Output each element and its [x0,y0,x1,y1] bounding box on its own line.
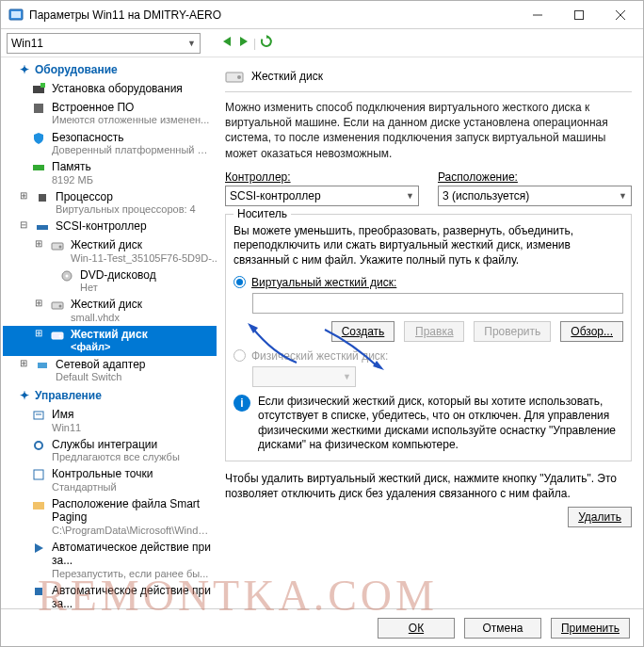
svg-rect-23 [38,363,47,368]
radio-virtual-disk[interactable]: Виртуальный жесткий диск: [233,276,623,289]
info-icon: i [233,395,250,412]
tree-add-hardware[interactable]: Установка оборудования [3,80,217,99]
verify-button: Проверить [474,321,551,342]
tree-checkpoints[interactable]: Контрольные точкиСтандартный [3,465,217,495]
add-hardware-icon [31,82,46,97]
info-text: Если физический жесткий диск, который вы… [258,395,623,453]
browse-button[interactable]: Обзор... [560,321,623,342]
tree-network-adapter[interactable]: ⊞ Сетевой адаптерDefault Switch [3,356,217,386]
radio-physical-disk: Физический жесткий диск: [233,349,623,363]
panel-title-text: Жесткий диск [251,70,323,83]
scsi-icon [35,219,50,235]
svg-marker-6 [223,37,231,46]
svg-rect-28 [33,502,44,510]
radio-icon [233,276,246,288]
radio-virtual-disk-label: Виртуальный жесткий диск: [251,276,396,289]
svg-rect-10 [40,83,45,88]
right-pane: Жесткий диск Можно изменить способ подкл… [217,57,643,608]
toolbar: Win11 ▼ | [1,29,643,57]
svg-point-22 [59,335,62,338]
dvd-icon [59,268,74,283]
minimize-button[interactable] [517,1,558,29]
name-icon [31,408,46,423]
memory-icon [31,160,46,175]
svg-rect-11 [34,104,43,113]
tree-integration-services[interactable]: Службы интеграцииПредлагаются все службы [3,436,217,466]
close-button[interactable] [600,1,641,29]
svg-rect-3 [575,10,584,19]
expand-icon[interactable]: ⊞ [33,298,44,309]
apply-button[interactable]: Применить [551,618,630,639]
network-icon [35,358,50,373]
maximize-button[interactable] [558,1,600,29]
svg-rect-27 [34,470,43,479]
create-button[interactable]: Создать [331,321,395,342]
svg-rect-24 [34,412,43,419]
tree-security[interactable]: БезопасностьДоверенный платформенный мо.… [3,129,217,159]
chevron-down-icon: ▼ [187,39,196,48]
tree-hard-disk-2[interactable]: ⊞ Жесткий дискsmall.vhdx [3,296,217,326]
location-combo[interactable]: 3 (используется) ▼ [438,186,632,206]
controller-label: Контроллер: [225,170,419,184]
physical-disk-combo: ▼ [252,366,356,387]
vhd-path-input[interactable] [252,293,623,314]
svg-rect-30 [35,588,42,595]
nav-back-button[interactable] [221,36,233,50]
titlebar: Параметры Win11 на DMITRY-AERO [1,1,643,29]
tree-firmware[interactable]: Встроенное ПОИмеются отложенные изменен.… [3,99,217,129]
svg-point-20 [59,305,62,308]
checkpoint-icon [31,467,46,482]
category-management[interactable]: ✦Управление [3,385,217,406]
tree-name[interactable]: ИмяWin11 [3,406,217,436]
refresh-button[interactable] [260,35,273,51]
hard-disk-icon [50,328,65,343]
category-hardware[interactable]: ✦Оборудование [3,59,217,80]
tree-auto-start-action[interactable]: Автоматическое действие при за...Перезап… [3,539,217,582]
shield-icon [31,131,46,146]
tree-memory[interactable]: Память8192 МБ [3,158,217,188]
svg-point-18 [66,274,69,277]
collapse-icon[interactable]: ⊟ [18,219,29,231]
delete-description: Чтобы удалить виртуальный жесткий диск, … [225,471,632,501]
action-icon [31,541,46,556]
hard-disk-icon [50,298,65,313]
app-icon [8,8,24,23]
media-group-title: Носитель [233,207,291,220]
vm-selector-value: Win11 [11,37,43,50]
media-description: Вы можете уменьшить, преобразовать, разв… [233,224,623,268]
expand-icon[interactable]: ⊞ [33,328,44,339]
expand-icon[interactable]: ⊞ [18,190,29,202]
tree-scsi-controller[interactable]: ⊟ SCSI-контроллер [3,218,217,236]
location-label: Расположение: [438,170,632,184]
radio-physical-disk-label: Физический жесткий диск: [251,349,388,363]
left-pane: ✦Оборудование Установка оборудования Вст… [1,57,217,608]
action-icon [31,584,46,599]
hard-disk-icon [225,67,244,86]
tree-processor[interactable]: ⊞ ПроцессорВиртуальных процессоров: 4 [3,188,217,218]
tree-hard-disk-1[interactable]: ⊞ Жесткий дискWin-11-Test_35105F76-5D9D-… [3,236,217,267]
chevron-down-icon: ▼ [343,372,351,381]
chevron-down-icon: ▼ [406,191,414,201]
radio-icon [233,349,246,362]
svg-point-16 [59,246,62,249]
cpu-icon [35,190,50,205]
expand-icon[interactable]: ⊞ [33,238,44,250]
expand-icon[interactable]: ⊞ [18,358,29,369]
svg-marker-29 [35,543,43,553]
ok-button[interactable]: ОК [378,618,455,639]
tree-smart-paging[interactable]: Расположение файла Smart PagingC:\Progra… [3,495,217,539]
cancel-button[interactable]: Отмена [464,618,541,639]
star-icon: ✦ [20,63,29,76]
tree-auto-stop-action[interactable]: Автоматическое действие при за...Сохрани… [3,582,217,608]
controller-combo[interactable]: SCSI-контроллер ▼ [225,186,419,206]
edit-button: Правка [404,321,464,342]
chevron-down-icon: ▼ [619,191,627,201]
tree-hard-disk-3-selected[interactable]: ⊞ Жесткий диск<файл> [3,326,217,356]
tree-dvd-drive[interactable]: DVD-дисководНет [3,267,217,297]
delete-button[interactable]: Удалить [568,507,632,527]
window-title: Параметры Win11 на DMITRY-AERO [29,8,517,22]
panel-description: Можно изменить способ подключения виртуа… [225,100,632,161]
nav-forward-button[interactable] [238,36,250,50]
svg-rect-13 [39,194,46,202]
vm-selector[interactable]: Win11 ▼ [7,33,201,54]
